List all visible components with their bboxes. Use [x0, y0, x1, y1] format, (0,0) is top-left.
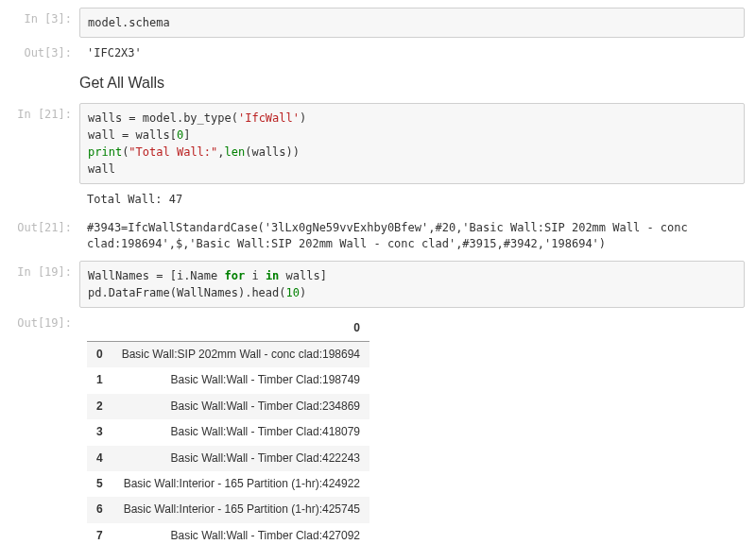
row-index: 6: [87, 497, 112, 522]
table-row: 0Basic Wall:SIP 202mm Wall - conc clad:1…: [87, 341, 369, 367]
row-index: 4: [87, 446, 112, 471]
code-builtin: print: [88, 145, 122, 159]
row-index: 1: [87, 367, 112, 393]
row-value: Basic Wall:Interior - 165 Partition (1-h…: [112, 497, 369, 522]
dataframe-table: 0 0Basic Wall:SIP 202mm Wall - conc clad…: [87, 315, 369, 544]
table-row: 2Basic Wall:Wall - Timber Clad:234869: [87, 394, 369, 419]
code-cell: In [19]: WallNames = [i.Name for i in wa…: [11, 261, 745, 308]
markdown-heading: Get All Walls: [79, 75, 745, 92]
dataframe-index-header: [87, 315, 112, 342]
code-string: 'IfcWall': [238, 111, 300, 125]
input-prompt: In [19]:: [11, 261, 79, 279]
code-cell: In [3]: model.schema: [11, 8, 745, 38]
stdout-cell: Total Wall: 47: [11, 188, 745, 212]
code-text: ]: [183, 128, 190, 142]
row-value: Basic Wall:Wall - Timber Clad:234869: [112, 394, 369, 419]
input-prompt: In [3]:: [11, 8, 79, 26]
empty-prompt: [11, 69, 79, 74]
code-string: "Total Wall:": [129, 145, 217, 159]
table-row: 1Basic Wall:Wall - Timber Clad:198749: [87, 367, 369, 393]
table-row: 4Basic Wall:Wall - Timber Clad:422243: [87, 446, 369, 471]
row-value: Basic Wall:Interior - 165 Partition (1-h…: [112, 471, 369, 497]
code-cell: In [21]: walls = model.by_type('IfcWall'…: [11, 103, 745, 184]
row-value: Basic Wall:Wall - Timber Clad:427092: [112, 523, 369, 544]
output-prompt: Out[19]:: [11, 312, 79, 330]
stdout-text: Total Wall: 47: [79, 188, 745, 212]
row-index: 7: [87, 523, 112, 544]
row-index: 3: [87, 419, 112, 445]
code-text: walls = model.by_type(: [88, 111, 238, 125]
code-number: 10: [286, 286, 300, 299]
code-text: i: [245, 269, 266, 282]
output-prompt: Out[21]:: [11, 216, 79, 234]
row-value: Basic Wall:SIP 202mm Wall - conc clad:19…: [112, 341, 369, 367]
row-value: Basic Wall:Wall - Timber Clad:418079: [112, 419, 369, 445]
output-cell: Out[19]: 0 0Basic Wall:SIP 202mm Wall - …: [11, 312, 745, 544]
code-text: WallNames = [i.Name: [88, 269, 225, 282]
row-value: Basic Wall:Wall - Timber Clad:198749: [112, 367, 369, 393]
code-input[interactable]: walls = model.by_type('IfcWall') wall = …: [79, 103, 745, 184]
code-text: ): [300, 286, 306, 299]
code-input[interactable]: model.schema: [79, 8, 745, 38]
code-text: (walls)): [245, 145, 300, 159]
dataframe-header-row: 0: [87, 315, 369, 342]
row-index: 0: [87, 341, 112, 367]
table-row: 3Basic Wall:Wall - Timber Clad:418079: [87, 419, 369, 445]
dataframe-output: 0 0Basic Wall:SIP 202mm Wall - conc clad…: [79, 312, 745, 544]
output-prompt: Out[3]:: [11, 42, 79, 60]
code-text: ,: [217, 145, 224, 159]
table-row: 5Basic Wall:Interior - 165 Partition (1-…: [87, 471, 369, 497]
output-text: 'IFC2X3': [79, 42, 745, 65]
code-text: model.schema: [88, 16, 170, 29]
code-text: ): [300, 111, 306, 125]
row-index: 5: [87, 471, 112, 497]
markdown-cell: Get All Walls: [11, 69, 745, 99]
code-text: wall: [88, 162, 115, 176]
empty-prompt: [11, 188, 79, 193]
code-input[interactable]: WallNames = [i.Name for i in walls] pd.D…: [79, 261, 745, 308]
table-row: 7Basic Wall:Wall - Timber Clad:427092: [87, 523, 369, 544]
output-text: #3943=IfcWallStandardCase('3lLx0gNe59vvE…: [79, 216, 745, 257]
input-prompt: In [21]:: [11, 103, 79, 121]
code-text: pd.DataFrame(WallNames).head(: [88, 286, 286, 299]
output-cell: Out[21]: #3943=IfcWallStandardCase('3lLx…: [11, 216, 745, 257]
code-text: wall = walls[: [88, 128, 177, 142]
row-index: 2: [87, 394, 112, 419]
table-row: 6Basic Wall:Interior - 165 Partition (1-…: [87, 497, 369, 522]
code-keyword: in: [266, 269, 279, 282]
output-cell: Out[3]: 'IFC2X3': [11, 42, 745, 65]
row-value: Basic Wall:Wall - Timber Clad:422243: [112, 446, 369, 471]
code-text: walls]: [279, 269, 327, 282]
dataframe-col-header: 0: [112, 315, 369, 342]
code-builtin: len: [225, 145, 246, 159]
code-keyword: for: [225, 269, 246, 282]
